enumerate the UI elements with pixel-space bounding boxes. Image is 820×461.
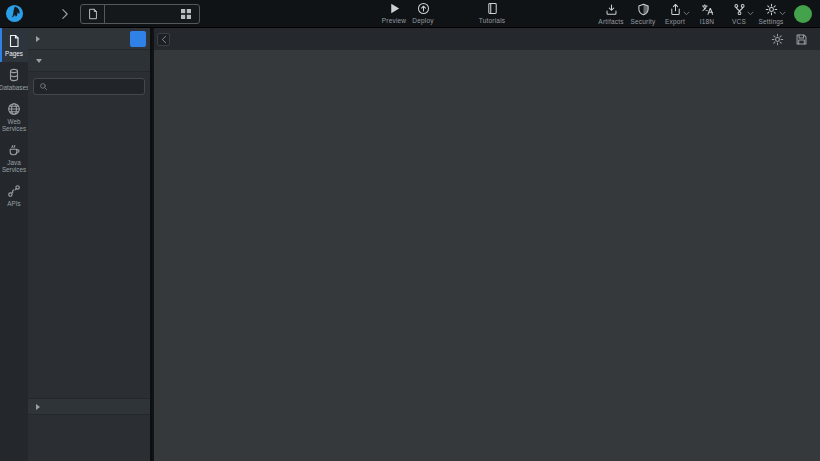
- top-bar: PreviewDeployTutorials ArtifactsSecurity…: [0, 0, 820, 28]
- web-services-label: Web Services: [1, 118, 27, 132]
- security-label: Security: [630, 18, 655, 25]
- pages-panel-header[interactable]: [28, 28, 150, 50]
- security-icon: [637, 3, 650, 16]
- markup-code-editor[interactable]: [154, 50, 820, 461]
- sidebar-item-web-services[interactable]: Web Services: [0, 96, 28, 137]
- i18n-label: I18N: [700, 18, 715, 25]
- expand-caret-icon[interactable]: [36, 59, 42, 63]
- editor-area: [154, 28, 820, 461]
- i18n-icon: [701, 3, 714, 16]
- collapse-panel-button[interactable]: [157, 33, 170, 46]
- structure-search: [33, 78, 145, 95]
- deploy-icon: [417, 2, 430, 15]
- preview-icon: [388, 2, 401, 15]
- tutorials-icon: [486, 2, 499, 15]
- chevron-down-icon: [747, 11, 754, 16]
- chevron-left-icon: [161, 35, 167, 44]
- java-services-icon: [7, 143, 21, 157]
- search-icon: [39, 82, 48, 91]
- sidebar-item-java-services[interactable]: Java Services: [0, 137, 28, 178]
- variables-header[interactable]: [28, 398, 150, 415]
- wavemaker-logo-icon[interactable]: [0, 0, 28, 28]
- export-button[interactable]: Export: [662, 3, 688, 25]
- variables-caret-icon[interactable]: [36, 404, 40, 410]
- collapse-caret-icon[interactable]: [36, 36, 40, 42]
- vcs-icon: [733, 3, 746, 16]
- avatar[interactable]: [794, 5, 812, 23]
- settings-label: Settings: [758, 18, 783, 25]
- page-file-icon[interactable]: [81, 5, 105, 23]
- export-label: Export: [665, 18, 685, 25]
- chevron-right-icon: [61, 8, 69, 20]
- deploy-label: Deploy: [412, 17, 433, 24]
- artifacts-button[interactable]: Artifacts: [598, 3, 624, 25]
- chevron-down-icon: [683, 11, 690, 16]
- panel-bottom-filler: [28, 415, 150, 461]
- pages-label: Pages: [5, 50, 23, 57]
- pages-panel: [28, 28, 152, 461]
- editor-strip-actions: [771, 33, 808, 46]
- deploy-button[interactable]: Deploy: [403, 2, 443, 24]
- vcs-button[interactable]: VCS: [726, 3, 752, 25]
- pages-icon: [7, 34, 21, 48]
- settings-icon: [765, 3, 778, 16]
- page-structure-header[interactable]: [28, 50, 150, 72]
- web-services-icon: [7, 102, 21, 116]
- sidebar-item-databases[interactable]: Databases: [0, 62, 28, 96]
- chevron-down-icon: [779, 11, 786, 16]
- panel-filler: [28, 101, 150, 398]
- export-icon: [669, 3, 682, 16]
- markup-settings-gear-icon[interactable]: [771, 33, 784, 46]
- settings-button[interactable]: Settings: [758, 3, 784, 25]
- tutorials-button[interactable]: Tutorials: [472, 2, 512, 24]
- apis-icon: [7, 184, 21, 198]
- databases-label: Databases: [0, 84, 29, 91]
- artifacts-icon: [605, 3, 618, 16]
- wavemaker-studio: PreviewDeployTutorials ArtifactsSecurity…: [0, 0, 820, 461]
- i18n-button[interactable]: I18N: [694, 3, 720, 25]
- artifacts-label: Artifacts: [598, 18, 623, 25]
- sidebar-item-apis[interactable]: APIs: [0, 178, 28, 212]
- add-page-button[interactable]: [130, 31, 146, 47]
- open-page-tab[interactable]: [80, 4, 200, 24]
- apis-label: APIs: [7, 200, 20, 207]
- vcs-label: VCS: [732, 18, 746, 25]
- tutorials-label: Tutorials: [479, 17, 505, 24]
- left-rail: PagesDatabasesWeb ServicesJava ServicesA…: [0, 28, 28, 461]
- save-icon[interactable]: [795, 33, 808, 46]
- editor-tab-strip: [154, 28, 820, 50]
- grid-view-icon[interactable]: [180, 8, 192, 20]
- search-input[interactable]: [52, 81, 139, 93]
- java-services-label: Java Services: [1, 159, 27, 173]
- security-button[interactable]: Security: [630, 3, 656, 25]
- utility-actions: ArtifactsSecurityExportI18NVCSSettings: [595, 0, 820, 28]
- databases-icon: [7, 68, 21, 82]
- sidebar-item-pages[interactable]: Pages: [0, 28, 28, 62]
